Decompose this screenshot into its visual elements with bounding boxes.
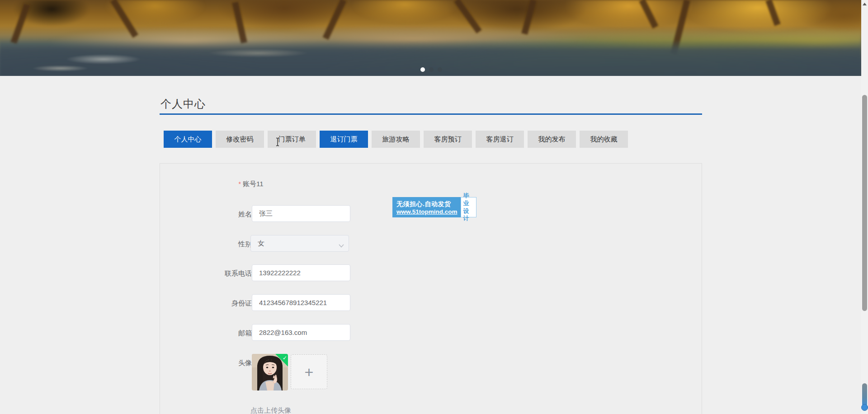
tab-bar: 个人中心 修改密码 门票订单 退订门票 旅游攻略 客房预订 客房退订 我的发布 … (164, 131, 628, 148)
email-field[interactable] (252, 324, 350, 341)
hero-carousel-image (0, 0, 861, 76)
tab-ticket-orders[interactable]: 门票订单 (268, 131, 316, 148)
hero-water-glints (0, 0, 861, 76)
carousel-indicators (420, 67, 442, 72)
gender-label: 性别 (165, 240, 252, 249)
watermark-badge-line1: 毕业 (463, 192, 474, 207)
watermark-text-block: 无须担心.自动发货 www.51topmind.com (392, 197, 461, 217)
id-card-label: 身份证 (165, 299, 252, 308)
page-title: 个人中心 (160, 97, 206, 111)
tab-room-refund[interactable]: 客房退订 (476, 131, 524, 148)
avatar-label: 头像 (165, 359, 252, 367)
gender-selected-value: 女 (258, 239, 264, 248)
watermark-url[interactable]: www.51topmind.com (396, 208, 458, 215)
required-asterisk: * (239, 180, 241, 188)
name-label: 姓名 (165, 210, 252, 219)
avatar-upload-button[interactable]: + (291, 354, 327, 389)
upload-hint-text: 点击上传头像 (250, 406, 291, 414)
chevron-down-icon (339, 241, 344, 249)
plus-icon: + (305, 364, 314, 380)
avatar[interactable]: ✓ (252, 354, 288, 390)
email-label: 邮箱 (165, 329, 252, 338)
tab-change-password[interactable]: 修改密码 (216, 131, 264, 148)
scrollbar-thumb[interactable] (862, 95, 867, 311)
scrollbar-up-arrow-icon[interactable] (861, 0, 868, 8)
carousel-dot[interactable] (429, 67, 434, 72)
tab-personal-center[interactable]: 个人中心 (164, 131, 212, 148)
phone-input[interactable] (252, 264, 350, 281)
watermark-badge-line2: 设计 (463, 207, 474, 223)
tab-my-posts[interactable]: 我的发布 (528, 131, 576, 148)
page: 个人中心 个人中心 修改密码 门票订单 退订门票 旅游攻略 客房预订 客房退订 … (0, 0, 868, 414)
check-icon: ✓ (283, 355, 287, 361)
tab-my-favorites[interactable]: 我的收藏 (580, 131, 628, 148)
watermark-badge: 毕业 设计 (461, 197, 476, 217)
tab-ticket-refund[interactable]: 退订门票 (320, 131, 368, 148)
title-divider (160, 113, 702, 115)
phone-label: 联系电话 (165, 269, 252, 278)
scroll-position-widget[interactable] (862, 383, 867, 407)
gender-select[interactable]: 女 (250, 235, 349, 252)
id-card-input[interactable] (252, 294, 350, 311)
tab-travel-guides[interactable]: 旅游攻略 (372, 131, 420, 148)
name-input[interactable] (252, 205, 350, 222)
scroll-widget-knob[interactable] (861, 404, 868, 411)
vertical-scrollbar[interactable] (861, 0, 868, 414)
tab-room-booking[interactable]: 客房预订 (424, 131, 472, 148)
watermark-slogan: 无须担心.自动发货 (396, 200, 458, 208)
account-value: 11 (256, 180, 264, 188)
watermark-ad[interactable]: 无须担心.自动发货 www.51topmind.com 毕业 设计 (392, 197, 476, 217)
account-label: *账号 (170, 180, 256, 188)
carousel-dot[interactable] (438, 67, 442, 72)
carousel-dot-active[interactable] (420, 67, 425, 72)
